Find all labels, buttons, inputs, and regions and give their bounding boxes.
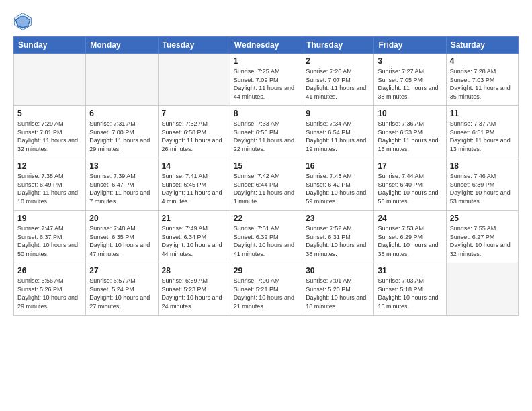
day-number: 29 [234,266,298,275]
day-number: 12 [17,161,82,171]
day-cell: 29Sunrise: 7:00 AM Sunset: 5:21 PM Dayli… [230,263,302,316]
logo-icon [13,12,32,31]
day-cell: 26Sunrise: 6:56 AM Sunset: 5:26 PM Dayli… [14,263,86,316]
day-cell: 1Sunrise: 7:25 AM Sunset: 7:09 PM Daylig… [230,54,302,106]
day-detail: Sunrise: 7:01 AM Sunset: 5:20 PM Dayligh… [306,277,370,310]
page: Sunday Monday Tuesday Wednesday Thursday… [0,0,532,411]
day-detail: Sunrise: 7:52 AM Sunset: 6:31 PM Dayligh… [306,224,370,258]
day-cell: 28Sunrise: 6:59 AM Sunset: 5:23 PM Dayli… [158,263,230,316]
day-cell: 5Sunrise: 7:29 AM Sunset: 7:01 PM Daylig… [14,106,86,158]
day-cell: 8Sunrise: 7:33 AM Sunset: 6:56 PM Daylig… [230,106,302,158]
day-detail: Sunrise: 7:25 AM Sunset: 7:09 PM Dayligh… [234,67,298,101]
day-number: 1 [234,56,298,66]
day-detail: Sunrise: 7:44 AM Sunset: 6:40 PM Dayligh… [378,172,442,205]
day-number: 27 [89,266,154,275]
day-detail: Sunrise: 7:41 AM Sunset: 6:45 PM Dayligh… [162,172,226,205]
day-cell: 2Sunrise: 7:26 AM Sunset: 7:07 PM Daylig… [302,54,374,106]
day-cell: 14Sunrise: 7:41 AM Sunset: 6:45 PM Dayli… [158,158,230,211]
day-cell: 11Sunrise: 7:37 AM Sunset: 6:51 PM Dayli… [446,106,518,158]
day-cell: 13Sunrise: 7:39 AM Sunset: 6:47 PM Dayli… [86,158,158,211]
day-cell [446,263,518,316]
header [13,12,519,31]
day-detail: Sunrise: 7:27 AM Sunset: 7:05 PM Dayligh… [378,67,442,101]
day-detail: Sunrise: 6:56 AM Sunset: 5:26 PM Dayligh… [17,277,82,310]
week-row-4: 19Sunrise: 7:47 AM Sunset: 6:37 PM Dayli… [14,211,519,263]
calendar-header-row: Sunday Monday Tuesday Wednesday Thursday… [14,37,519,54]
col-thursday: Thursday [302,37,374,54]
day-detail: Sunrise: 7:55 AM Sunset: 6:27 PM Dayligh… [450,224,515,258]
day-cell: 12Sunrise: 7:38 AM Sunset: 6:49 PM Dayli… [14,158,86,211]
day-detail: Sunrise: 7:36 AM Sunset: 6:53 PM Dayligh… [378,120,442,153]
col-friday: Friday [374,37,446,54]
day-number: 7 [162,109,226,118]
day-number: 13 [89,161,154,171]
day-number: 16 [306,161,370,171]
day-detail: Sunrise: 7:43 AM Sunset: 6:42 PM Dayligh… [306,172,370,205]
day-number: 21 [162,214,226,223]
day-detail: Sunrise: 7:51 AM Sunset: 6:32 PM Dayligh… [234,224,298,258]
day-cell: 10Sunrise: 7:36 AM Sunset: 6:53 PM Dayli… [374,106,446,158]
day-cell: 21Sunrise: 7:49 AM Sunset: 6:34 PM Dayli… [158,211,230,263]
day-number: 8 [234,109,298,118]
day-number: 20 [89,214,154,223]
day-number: 9 [306,109,370,118]
day-cell: 22Sunrise: 7:51 AM Sunset: 6:32 PM Dayli… [230,211,302,263]
day-cell: 31Sunrise: 7:03 AM Sunset: 5:18 PM Dayli… [374,263,446,316]
day-cell: 19Sunrise: 7:47 AM Sunset: 6:37 PM Dayli… [14,211,86,263]
day-number: 17 [378,161,442,171]
col-tuesday: Tuesday [158,37,230,54]
day-cell: 23Sunrise: 7:52 AM Sunset: 6:31 PM Dayli… [302,211,374,263]
day-cell: 30Sunrise: 7:01 AM Sunset: 5:20 PM Dayli… [302,263,374,316]
day-detail: Sunrise: 7:42 AM Sunset: 6:44 PM Dayligh… [234,172,298,205]
day-detail: Sunrise: 7:28 AM Sunset: 7:03 PM Dayligh… [450,67,515,101]
day-detail: Sunrise: 7:03 AM Sunset: 5:18 PM Dayligh… [378,277,442,310]
day-cell: 18Sunrise: 7:46 AM Sunset: 6:39 PM Dayli… [446,158,518,211]
week-row-1: 1Sunrise: 7:25 AM Sunset: 7:09 PM Daylig… [14,54,519,106]
day-cell [86,54,158,106]
day-detail: Sunrise: 7:38 AM Sunset: 6:49 PM Dayligh… [17,172,82,205]
day-number: 26 [17,266,82,275]
day-cell: 20Sunrise: 7:48 AM Sunset: 6:35 PM Dayli… [86,211,158,263]
day-number: 23 [306,214,370,223]
day-detail: Sunrise: 7:00 AM Sunset: 5:21 PM Dayligh… [234,277,298,310]
day-detail: Sunrise: 7:47 AM Sunset: 6:37 PM Dayligh… [17,224,82,258]
day-cell [158,54,230,106]
day-detail: Sunrise: 7:32 AM Sunset: 6:58 PM Dayligh… [162,120,226,153]
day-detail: Sunrise: 7:48 AM Sunset: 6:35 PM Dayligh… [89,224,154,258]
day-number: 22 [234,214,298,223]
day-number: 14 [162,161,226,171]
day-cell: 24Sunrise: 7:53 AM Sunset: 6:29 PM Dayli… [374,211,446,263]
day-detail: Sunrise: 7:39 AM Sunset: 6:47 PM Dayligh… [89,172,154,205]
day-number: 24 [378,214,442,223]
day-number: 2 [306,56,370,66]
day-detail: Sunrise: 7:29 AM Sunset: 7:01 PM Dayligh… [17,120,82,153]
day-number: 18 [450,161,515,171]
day-number: 19 [17,214,82,223]
day-cell: 17Sunrise: 7:44 AM Sunset: 6:40 PM Dayli… [374,158,446,211]
day-detail: Sunrise: 7:26 AM Sunset: 7:07 PM Dayligh… [306,67,370,101]
day-number: 31 [378,266,442,275]
day-number: 5 [17,109,82,118]
day-cell: 25Sunrise: 7:55 AM Sunset: 6:27 PM Dayli… [446,211,518,263]
col-monday: Monday [86,37,158,54]
day-cell: 27Sunrise: 6:57 AM Sunset: 5:24 PM Dayli… [86,263,158,316]
day-number: 11 [450,109,515,118]
col-wednesday: Wednesday [230,37,302,54]
day-cell: 9Sunrise: 7:34 AM Sunset: 6:54 PM Daylig… [302,106,374,158]
day-detail: Sunrise: 7:33 AM Sunset: 6:56 PM Dayligh… [234,120,298,153]
day-detail: Sunrise: 7:34 AM Sunset: 6:54 PM Dayligh… [306,120,370,153]
day-detail: Sunrise: 7:37 AM Sunset: 6:51 PM Dayligh… [450,120,515,153]
day-detail: Sunrise: 6:57 AM Sunset: 5:24 PM Dayligh… [89,277,154,310]
day-detail: Sunrise: 7:49 AM Sunset: 6:34 PM Dayligh… [162,224,226,258]
calendar: Sunday Monday Tuesday Wednesday Thursday… [13,36,519,316]
day-number: 28 [162,266,226,275]
day-cell [14,54,86,106]
day-detail: Sunrise: 6:59 AM Sunset: 5:23 PM Dayligh… [162,277,226,310]
week-row-2: 5Sunrise: 7:29 AM Sunset: 7:01 PM Daylig… [14,106,519,158]
day-number: 3 [378,56,442,66]
day-cell: 16Sunrise: 7:43 AM Sunset: 6:42 PM Dayli… [302,158,374,211]
day-number: 6 [89,109,154,118]
day-cell: 4Sunrise: 7:28 AM Sunset: 7:03 PM Daylig… [446,54,518,106]
day-number: 15 [234,161,298,171]
day-number: 25 [450,214,515,223]
